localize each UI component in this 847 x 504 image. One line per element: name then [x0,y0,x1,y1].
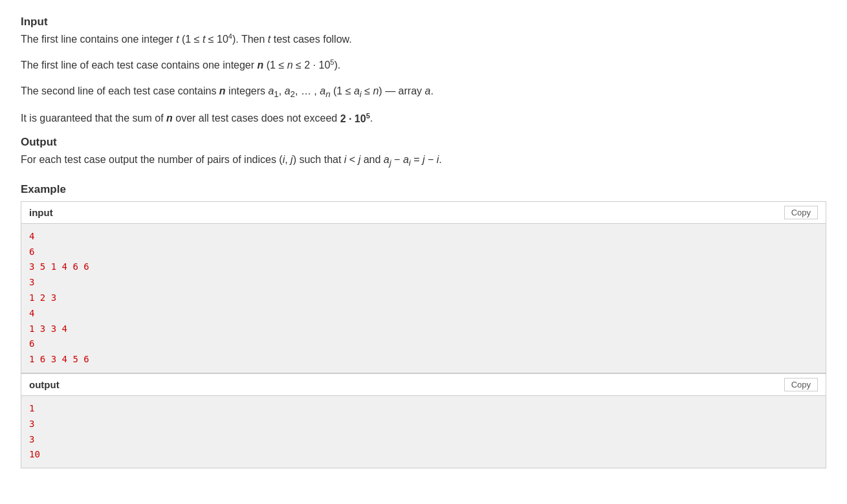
input-line-7: 1 3 3 4 [29,322,818,337]
output-line-2: 3 [29,417,818,432]
output-line-1: 1 [29,401,818,417]
input-line-9: 1 6 3 4 5 6 [29,352,818,367]
input-code-block: input Copy 4 6 3 5 1 4 6 6 3 1 2 3 4 1 3… [21,201,826,373]
input-line-2: 6 [29,245,818,260]
output-code-body: 1 3 3 10 [21,396,826,468]
output-para: For each test case output the number of … [21,151,826,170]
input-para-3: The second line of each test case contai… [21,83,826,102]
output-code-label: output [29,379,60,390]
input-code-label: input [29,207,53,218]
input-line-8: 6 [29,336,818,352]
input-line-3: 3 5 1 4 6 6 [29,259,818,275]
input-code-header: input Copy [21,202,826,224]
input-line-4: 3 [29,275,818,290]
output-code-block: output Copy 1 3 3 10 [21,373,826,468]
input-line-5: 1 2 3 [29,290,818,306]
input-para-2: The first line of each test case contain… [21,57,826,74]
output-copy-button[interactable]: Copy [784,378,818,391]
output-line-3: 3 [29,432,818,448]
input-para-4: It is guaranteed that the sum of n over … [21,110,826,127]
output-line-4: 10 [29,447,818,463]
example-title: Example [21,183,826,196]
input-section: Input The first line contains one intege… [21,16,826,127]
input-code-body: 4 6 3 5 1 4 6 6 3 1 2 3 4 1 3 3 4 6 1 6 … [21,224,826,373]
output-code-header: output Copy [21,374,826,396]
input-copy-button[interactable]: Copy [784,206,818,219]
output-section: Output For each test case output the num… [21,136,826,170]
input-line-1: 4 [29,229,818,245]
example-section: Example input Copy 4 6 3 5 1 4 6 6 3 1 2… [21,183,826,468]
input-line-6: 4 [29,306,818,322]
input-para-1: The first line contains one integer t (1… [21,31,826,48]
input-title: Input [21,16,826,28]
output-title: Output [21,136,826,149]
